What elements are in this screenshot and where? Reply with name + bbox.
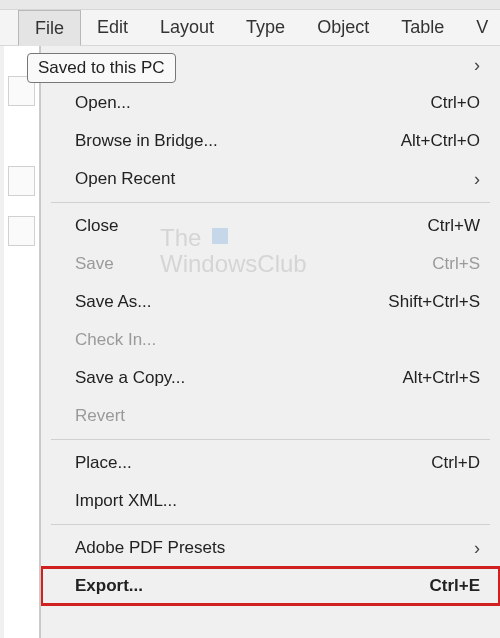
tooltip-text: Saved to this PC: [38, 58, 165, 77]
menu-item-open-recent[interactable]: Open Recent ›: [41, 160, 500, 198]
menu-item-label: Check In...: [75, 330, 480, 350]
menu-item-label: Browse in Bridge...: [75, 131, 401, 151]
menu-item-check-in: Check In...: [41, 321, 500, 359]
menu-item-label: Close: [75, 216, 428, 236]
menu-separator: [51, 439, 490, 440]
menu-item-close[interactable]: Close Ctrl+W: [41, 207, 500, 245]
menu-item-open[interactable]: Open... Ctrl+O: [41, 84, 500, 122]
tooltip-saved-to-pc: Saved to this PC: [27, 53, 176, 83]
menu-item-pdf-presets[interactable]: Adobe PDF Presets ›: [41, 529, 500, 567]
chevron-right-icon: ›: [462, 169, 480, 190]
file-menu-dropdown: New › Open... Ctrl+O Browse in Bridge...…: [40, 46, 500, 638]
menu-table[interactable]: Table: [385, 10, 460, 45]
menu-item-label: Place...: [75, 453, 431, 473]
menu-item-label: Open...: [75, 93, 430, 113]
menu-item-save: Save Ctrl+S: [41, 245, 500, 283]
menu-item-save-as[interactable]: Save As... Shift+Ctrl+S: [41, 283, 500, 321]
menu-item-label: Save As...: [75, 292, 388, 312]
menu-label: File: [35, 18, 64, 39]
menu-type[interactable]: Type: [230, 10, 301, 45]
menu-item-label: Save a Copy...: [75, 368, 403, 388]
menu-item-shortcut: Ctrl+E: [429, 576, 480, 596]
window-top-strip: [0, 0, 500, 10]
gutter-mark: [8, 166, 35, 196]
menu-item-shortcut: Ctrl+S: [432, 254, 480, 274]
menu-label: Layout: [160, 17, 214, 38]
menu-file[interactable]: File: [18, 10, 81, 46]
chevron-right-icon: ›: [462, 55, 480, 76]
menu-item-shortcut: Ctrl+W: [428, 216, 480, 236]
document-gutter: [4, 46, 40, 638]
menu-item-label: Revert: [75, 406, 480, 426]
menu-item-shortcut: Shift+Ctrl+S: [388, 292, 480, 312]
menu-label: Edit: [97, 17, 128, 38]
menu-item-browse-bridge[interactable]: Browse in Bridge... Alt+Ctrl+O: [41, 122, 500, 160]
menu-item-shortcut: Ctrl+D: [431, 453, 480, 473]
menu-item-label: Adobe PDF Presets: [75, 538, 462, 558]
menu-object[interactable]: Object: [301, 10, 385, 45]
menu-label: Object: [317, 17, 369, 38]
menu-item-label: Save: [75, 254, 432, 274]
gutter-mark: [8, 216, 35, 246]
menu-item-save-copy[interactable]: Save a Copy... Alt+Ctrl+S: [41, 359, 500, 397]
menu-edit[interactable]: Edit: [81, 10, 144, 45]
menu-item-revert: Revert: [41, 397, 500, 435]
menu-separator: [51, 202, 490, 203]
menu-item-label: Open Recent: [75, 169, 462, 189]
menu-item-shortcut: Ctrl+O: [430, 93, 480, 113]
menu-item-place[interactable]: Place... Ctrl+D: [41, 444, 500, 482]
menu-label: V: [476, 17, 488, 38]
menu-item-import-xml[interactable]: Import XML...: [41, 482, 500, 520]
menu-view-cut[interactable]: V: [460, 10, 500, 45]
menu-item-label: Import XML...: [75, 491, 480, 511]
menu-separator: [51, 524, 490, 525]
menu-layout[interactable]: Layout: [144, 10, 230, 45]
menu-label: Type: [246, 17, 285, 38]
menubar: File Edit Layout Type Object Table V: [0, 10, 500, 46]
menu-item-shortcut: Alt+Ctrl+O: [401, 131, 480, 151]
menu-item-export[interactable]: Export... Ctrl+E: [41, 567, 500, 605]
menu-item-shortcut: Alt+Ctrl+S: [403, 368, 480, 388]
menu-item-label: Export...: [75, 576, 429, 596]
menu-label: Table: [401, 17, 444, 38]
chevron-right-icon: ›: [462, 538, 480, 559]
